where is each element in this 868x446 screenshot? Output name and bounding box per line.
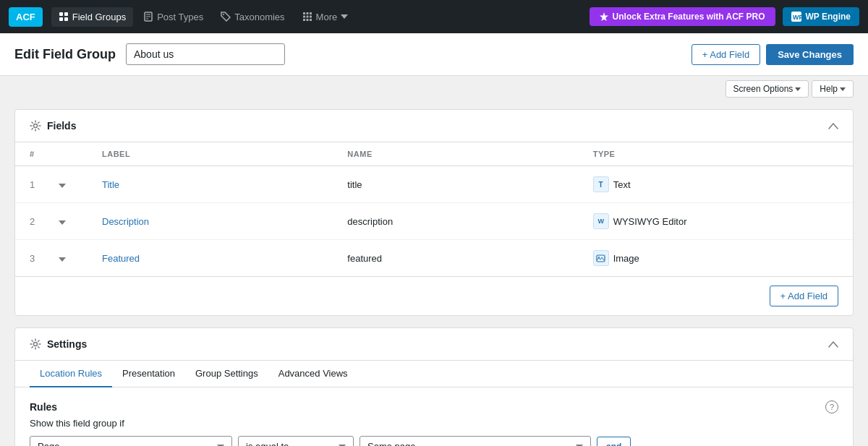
settings-panel-title-group: Settings [30,338,87,350]
type-icon-wysiwyg: W [593,213,609,229]
grid-icon [59,12,69,22]
unlock-extra-features-button[interactable]: Unlock Extra Features with ACF PRO [590,7,775,26]
field-number: 3 [30,253,59,264]
save-changes-button[interactable]: Save Changes [766,44,854,65]
tab-presentation[interactable]: Presentation [112,361,185,387]
nav-item-more[interactable]: More [295,7,356,27]
settings-content: Rules ? Show this field group if Page is… [15,387,853,446]
fields-panel-title: Fields [47,120,76,132]
nav-item-post-types[interactable]: Post Types [136,7,210,27]
svg-point-20 [34,124,38,128]
field-group-name-input[interactable] [126,43,285,65]
svg-point-8 [223,14,224,15]
star-icon [600,12,608,21]
page-title: Edit Field Group [14,47,116,62]
add-field-header-button[interactable]: + Add Field [692,44,760,65]
rules-section: Rules ? Show this field group if Page is… [30,400,838,446]
field-name: description [347,216,592,227]
svg-rect-1 [64,12,68,16]
rule-operator-select[interactable]: is equal to [238,436,354,446]
svg-point-23 [34,343,38,346]
svg-rect-2 [59,17,63,21]
tab-advanced-views[interactable]: Advanced Views [268,361,358,387]
field-type: T Text [593,176,838,192]
rule-value-select[interactable]: Some page [359,436,591,446]
svg-rect-14 [310,16,312,18]
svg-rect-10 [306,12,308,14]
chevron-up-settings-icon [828,341,838,348]
page-header: Edit Field Group + Add Field Save Change… [0,33,868,76]
rules-header: Rules ? [30,400,838,413]
wp-engine-button[interactable]: WP WP Engine [783,7,859,26]
fields-table-header: # Label Name Type [15,142,853,166]
svg-rect-15 [303,19,305,21]
help-button[interactable]: Help [812,80,854,98]
table-row: 1 Title title T Text [15,166,853,203]
grid4-icon [302,12,312,22]
chevron-down-row-icon [59,184,66,188]
acf-logo[interactable]: ACF [9,7,43,27]
chevron-down-small-icon [795,87,801,91]
field-collapse-button[interactable] [59,253,102,264]
chevron-down-help-icon [840,87,846,91]
rules-label: Rules [30,401,57,413]
screen-options-bar: Screen Options Help [0,76,868,102]
field-number: 1 [30,179,59,190]
field-name: title [347,179,592,190]
field-label[interactable]: Featured [102,253,347,264]
settings-panel-title: Settings [47,338,87,350]
svg-rect-3 [64,17,68,21]
main-content: Fields # Label Name Type 1 Title title T… [0,102,868,446]
fields-panel-footer: + Add Field [15,276,853,315]
field-name: featured [347,253,592,264]
settings-panel-header: Settings [15,328,853,361]
type-icon-image [593,250,609,266]
nav-item-field-groups[interactable]: Field Groups [51,7,133,27]
settings-gear-icon [30,120,41,132]
svg-rect-0 [59,12,63,16]
chevron-down-row-icon [59,257,66,262]
rule-row: Page is equal to Some page and [30,436,838,446]
svg-rect-9 [303,12,305,14]
screen-options-button[interactable]: Screen Options [726,80,809,98]
tab-group-settings[interactable]: Group Settings [185,361,268,387]
fields-panel-collapse-button[interactable] [828,121,838,132]
field-collapse-button[interactable] [59,216,102,227]
top-nav: ACF Field Groups Post Types Taxonomies [0,0,868,33]
svg-rect-17 [310,19,312,21]
tag-icon [221,12,231,22]
doc-icon [143,12,153,22]
chevron-down-icon [341,14,348,19]
svg-rect-16 [306,19,308,21]
table-row: 3 Featured featured Image [15,240,853,276]
tab-location-rules[interactable]: Location Rules [30,361,112,387]
settings-tabs: Location Rules Presentation Group Settin… [15,361,853,387]
fields-panel-title-group: Fields [30,120,76,132]
settings-panel: Settings Location Rules Presentation Gro… [14,327,854,446]
and-button[interactable]: and [597,437,631,447]
help-icon-circle[interactable]: ? [825,400,838,413]
chevron-down-row-icon [59,220,66,225]
add-field-footer-button[interactable]: + Add Field [770,286,838,306]
show-if-label: Show this field group if [30,418,838,429]
field-number: 2 [30,216,59,227]
svg-rect-12 [303,16,305,18]
type-icon-text: T [593,176,609,192]
chevron-up-icon [828,123,838,129]
settings-panel-collapse-button[interactable] [828,339,838,350]
page-header-right: + Add Field Save Changes [692,44,854,65]
page-header-left: Edit Field Group [14,43,285,65]
fields-panel-header: Fields [15,110,853,142]
nav-item-taxonomies[interactable]: Taxonomies [213,7,292,27]
svg-rect-13 [306,16,308,18]
field-label[interactable]: Title [102,179,347,190]
field-type: Image [593,250,838,266]
field-label[interactable]: Description [102,216,347,227]
table-row: 2 Description description W WYSIWYG Edit… [15,203,853,240]
fields-panel: Fields # Label Name Type 1 Title title T… [14,109,854,316]
field-type: W WYSIWYG Editor [593,213,838,229]
rule-field-select[interactable]: Page [30,436,232,446]
svg-text:WP: WP [793,14,801,21]
wp-engine-icon: WP [791,12,801,22]
field-collapse-button[interactable] [59,179,102,190]
